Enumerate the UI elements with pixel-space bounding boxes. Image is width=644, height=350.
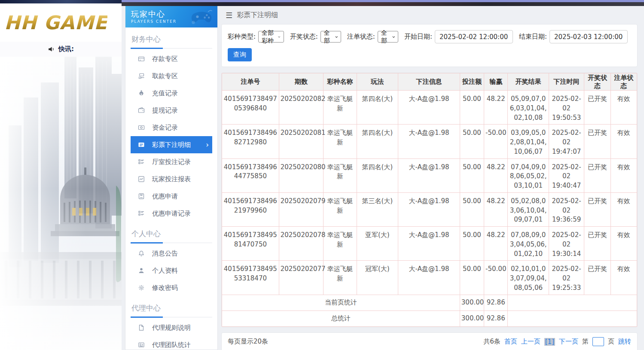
prev-page-link[interactable]: 上一页 [521,338,540,346]
summary-empty-cell [508,295,637,310]
query-button[interactable]: 查询 [228,48,252,61]
first-page-link[interactable]: 首页 [504,338,517,346]
news-icon [138,341,145,348]
logo-area: HH GAME [0,3,122,42]
column-header: 玩法 [357,73,398,91]
list-icon [138,158,145,165]
sidebar-item-label: 存款专区 [152,55,178,63]
city-background-image [0,57,122,350]
sidebar-item[interactable]: 优惠申请记录 [131,205,212,222]
order-status-select[interactable]: 全部 [378,31,398,43]
sidebar-item[interactable]: 充值记录 [131,85,212,102]
end-date-input[interactable] [549,30,628,43]
table-row: 40156917384962197996020250202079幸运飞艇新第三名… [222,192,637,226]
draw-status-label: 开奖状态: [290,33,318,41]
table-row: 40156917384964477585020250202080幸运飞艇新第四名… [222,158,637,192]
sidebar-section-title: 财务中心 [131,32,212,49]
sidebar-item[interactable]: 厅室投注记录 [131,153,212,170]
sidebar-item-label: 玩家投注报表 [152,175,191,183]
sidebar-item-label: 取款专区 [152,72,178,80]
bell-icon [138,250,145,257]
summary-label: 总统计 [222,310,460,326]
table-cell: 已开奖 [584,125,610,158]
column-header: 期数 [279,73,324,91]
table-cell: 20250202082 [279,91,324,125]
top-navy-strip [0,0,122,3]
sidebar-item-label: 消息公告 [152,250,178,258]
sidebar-nav: 财务中心存款专区取款专区充值记录提现记录资金记录彩票下注明细›厅室投注记录玩家投… [125,32,217,350]
table-cell: 20250202077 [279,261,324,295]
sidebar-item[interactable]: 提现记录 [131,102,212,119]
jump-suffix-text: 页 [608,338,614,346]
table-cell: 2025-02-02 19:47:07 [549,125,584,158]
brand-column: HH GAME 快讯: [0,0,122,350]
table-cell: 已开奖 [584,158,610,192]
sidebar-section-title: 代理中心 [131,301,212,317]
table-row: 40156917384968271298020250202081幸运飞艇新第四名… [222,125,637,158]
sidebar-item-label: 资金记录 [152,124,178,132]
next-page-link[interactable]: 下一页 [559,338,578,346]
jump-page-input[interactable] [592,337,604,346]
list-icon [138,210,145,217]
summary-row: 总统计300.0092.86 [222,310,637,326]
table-cell: 2025-02-02 19:30:14 [549,227,584,261]
table-cell: 03,09,05,02,08,01,04,10,06,07 [508,125,549,158]
sidebar-item-label: 代理团队统计 [152,341,191,349]
sidebar-item[interactable]: 代理规则说明 [131,319,212,336]
draw-status-select[interactable]: 全部 [320,31,341,43]
sidebar-item[interactable]: 修改密码 [131,279,212,296]
table-cell: 02,10,01,03,07,09,04,08,05,06 [508,261,549,295]
table-cell: 大-A盘@1.98 [398,261,460,295]
table-cell: 401569173849682712980 [222,125,279,158]
news-ticker-bar: 快讯: [0,42,122,57]
sidebar-section-title: 个人中心 [131,226,212,243]
sidebar-item[interactable]: 优惠申请 [131,188,212,205]
table-header-row: 注单号期数彩种名称玩法下注信息投注额输赢开奖结果下注时间开奖状态注单状态 [222,73,637,91]
start-date-input[interactable] [435,30,513,43]
moneybag-icon [138,90,145,97]
lottery-type-select[interactable]: 全部彩种 [258,31,284,43]
sidebar-section: 财务中心存款专区取款专区充值记录提现记录资金记录彩票下注明细›厅室投注记录玩家投… [131,32,212,222]
sidebar-item-label: 厅室投注记录 [152,158,191,166]
menu-icon[interactable]: ☰ [226,11,232,20]
sidebar-item[interactable]: 资金记录 [131,119,212,136]
sidebar-item-label: 代理规则说明 [152,324,191,332]
table-cell: 401569173849621979960 [222,192,279,226]
total-count-text: 共6条 [483,338,501,346]
table-cell: 第四名(大) [357,158,398,192]
sidebar-item[interactable]: 消息公告 [131,245,212,262]
sidebar-item[interactable]: 存款专区 [131,50,212,67]
sidebar-item[interactable]: 玩家投注报表 [131,170,212,188]
withdraw-hand-icon [138,73,145,79]
jump-button[interactable]: 跳转 [618,338,631,346]
table-cell: 401569173849581470750 [222,227,279,261]
table-cell: 2025-02-02 19:40:47 [549,158,584,192]
table-row: 40156917384970539684020250202082幸运飞艇新第四名… [222,91,637,125]
pagination-bar: 每页显示20条 共6条 首页 上一页 [1] 下一页 第 页 跳转 [221,332,638,350]
current-page-badge[interactable]: [1] [544,338,555,346]
table-cell: 50.00 [460,192,484,226]
page-title: 彩票下注明细 [237,11,278,20]
table-cell: 48.22 [484,192,508,226]
sidebar-item[interactable]: 取款专区 [131,67,212,85]
table-cell: 20250202079 [279,192,324,226]
summary-row: 当前页统计300.0092.86 [222,295,637,310]
table-cell: 已开奖 [584,192,610,226]
table-cell: 大-A盘@1.98 [398,158,460,192]
sidebar-item-label: 优惠申请记录 [152,210,191,218]
ticket-icon [138,141,145,148]
lottery-type-label: 彩种类型: [228,33,256,41]
table-cell: 50.00 [460,158,484,192]
sidebar-item[interactable]: 个人资料 [131,262,212,279]
summary-empty-cell [508,310,637,326]
start-date-label: 开始日期: [404,33,432,41]
gamepad-icon [189,9,214,25]
sidebar-item[interactable]: 代理团队统计 [131,336,212,350]
table-cell: 有效 [610,158,637,192]
table-cell: 已开奖 [584,261,610,295]
table-cell: 48.22 [484,158,508,192]
table-cell: 20250202078 [279,227,324,261]
sidebar-item-label: 优惠申请 [152,192,178,201]
sidebar-item[interactable]: 彩票下注明细› [131,136,212,153]
table-cell: 401569173849644775850 [222,158,279,192]
